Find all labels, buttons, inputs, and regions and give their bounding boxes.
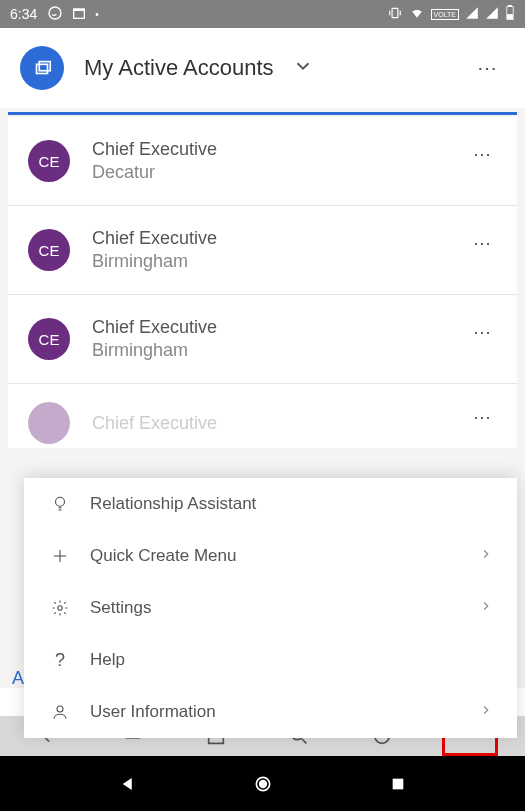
item-subtitle: Birmingham (92, 340, 469, 361)
menu-label: Quick Create Menu (90, 546, 479, 566)
status-bar: 6:34 • VOLTE (0, 0, 525, 28)
menu-label: Help (90, 650, 493, 670)
list-item[interactable]: CE Chief Executive Birmingham ⋯ (8, 206, 517, 295)
list-item[interactable]: CE Chief Executive Decatur ⋯ (8, 117, 517, 206)
chevron-right-icon (479, 546, 493, 566)
status-time: 6:34 (10, 6, 37, 22)
nav-back-button[interactable] (116, 772, 140, 796)
item-title: Chief Executive (92, 139, 469, 160)
item-more-button[interactable]: ⋯ (469, 402, 497, 432)
signal-icon (465, 6, 479, 23)
menu-item-userinfo[interactable]: User Information (24, 686, 517, 738)
item-subtitle: Birmingham (92, 251, 469, 272)
svg-point-11 (56, 497, 65, 506)
list-container: CE Chief Executive Decatur ⋯ CE Chief Ex… (0, 108, 525, 688)
android-nav-bar (0, 756, 525, 811)
menu-label: Relationship Assistant (90, 494, 493, 514)
signal-icon-2 (485, 6, 499, 23)
person-icon (48, 700, 72, 724)
vibrate-icon (387, 6, 403, 23)
popup-menu: Relationship Assistant Quick Create Menu… (24, 478, 517, 738)
list-item-partial[interactable]: Chief Executive ⋯ (8, 384, 517, 448)
menu-item-relationship[interactable]: Relationship Assistant (24, 478, 517, 530)
volte-icon: VOLTE (431, 9, 459, 20)
list-item[interactable]: CE Chief Executive Birmingham ⋯ (8, 295, 517, 384)
avatar: CE (28, 318, 70, 360)
avatar: CE (28, 140, 70, 182)
avatar (28, 402, 70, 444)
avatar: CE (28, 229, 70, 271)
svg-rect-7 (508, 5, 511, 7)
menu-item-quickcreate[interactable]: Quick Create Menu (24, 530, 517, 582)
accounts-icon[interactable] (20, 46, 64, 90)
header-more-button[interactable]: ⋯ (471, 50, 505, 86)
menu-item-help[interactable]: ? Help (24, 634, 517, 686)
item-title: Chief Executive (92, 413, 217, 434)
header: My Active Accounts ⋯ (0, 28, 525, 108)
svg-rect-3 (392, 8, 398, 17)
question-icon: ? (48, 648, 72, 672)
nav-home-button[interactable] (251, 772, 275, 796)
svg-point-0 (49, 7, 61, 19)
svg-rect-9 (37, 64, 48, 73)
svg-rect-10 (39, 62, 50, 71)
chevron-right-icon (479, 702, 493, 722)
menu-label: Settings (90, 598, 479, 618)
battery-icon (505, 5, 515, 24)
plus-icon (48, 544, 72, 568)
menu-label: User Information (90, 702, 479, 722)
svg-rect-25 (392, 778, 403, 789)
chevron-right-icon (479, 598, 493, 618)
svg-point-17 (57, 706, 63, 712)
highlight-bar (8, 112, 517, 115)
svg-rect-2 (75, 11, 84, 18)
svg-point-16 (58, 606, 63, 611)
item-subtitle: Decatur (92, 162, 469, 183)
gear-icon (48, 596, 72, 620)
item-more-button[interactable]: ⋯ (469, 317, 497, 347)
svg-rect-8 (508, 14, 513, 18)
calendar-icon (71, 5, 87, 24)
nav-recent-button[interactable] (386, 772, 410, 796)
item-title: Chief Executive (92, 228, 469, 249)
svg-point-24 (259, 780, 266, 787)
whatsapp-icon (47, 5, 63, 24)
svg-line-21 (302, 739, 307, 744)
item-title: Chief Executive (92, 317, 469, 338)
wifi-icon (409, 6, 425, 23)
letter-indicator: A (12, 668, 24, 689)
page-title[interactable]: My Active Accounts (84, 55, 274, 81)
chevron-down-icon[interactable] (292, 55, 314, 81)
lightbulb-icon (48, 492, 72, 516)
menu-item-settings[interactable]: Settings (24, 582, 517, 634)
item-more-button[interactable]: ⋯ (469, 228, 497, 258)
item-more-button[interactable]: ⋯ (469, 139, 497, 169)
dot-icon: • (95, 9, 99, 20)
